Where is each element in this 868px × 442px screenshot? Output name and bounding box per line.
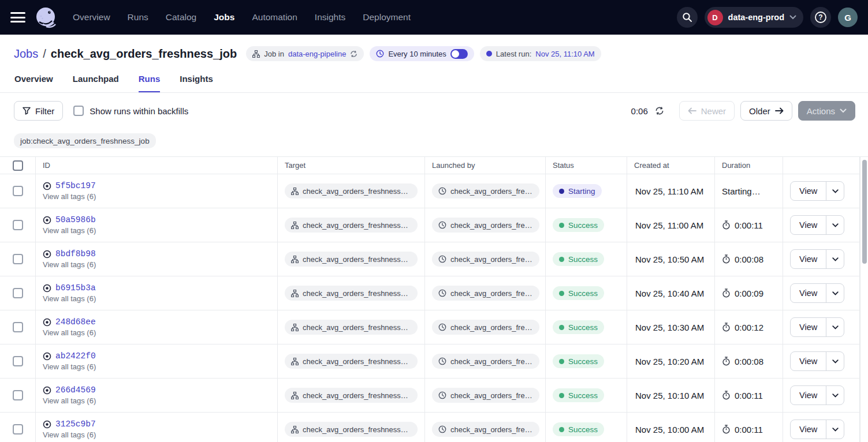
view-menu-chevron-icon[interactable] bbox=[826, 352, 844, 370]
target-pill[interactable]: check_avg_orders_freshness_job bbox=[285, 252, 418, 267]
launched-by-pill[interactable]: check_avg_orders_freshn… bbox=[432, 183, 539, 198]
run-id-link[interactable]: 5f5bc197 bbox=[55, 181, 96, 190]
run-id-link[interactable]: 50a5986b bbox=[55, 215, 96, 224]
backfills-checkbox[interactable] bbox=[73, 106, 84, 116]
view-button[interactable]: View bbox=[791, 250, 826, 268]
view-menu-chevron-icon[interactable] bbox=[826, 250, 844, 268]
schedule-clock-icon bbox=[438, 323, 446, 331]
launched-by-pill[interactable]: check_avg_orders_freshn… bbox=[432, 422, 539, 437]
nav-overview[interactable]: Overview bbox=[73, 12, 110, 23]
target-pill[interactable]: check_avg_orders_freshness_job bbox=[285, 286, 418, 301]
refresh-countdown: 0:06 bbox=[631, 106, 648, 116]
view-all-tags-link[interactable]: View all tags (6) bbox=[43, 192, 96, 201]
row-checkbox[interactable] bbox=[13, 424, 23, 434]
target-pill[interactable]: check_avg_orders_freshness_job bbox=[285, 320, 418, 335]
run-id-link[interactable]: 3125c9b7 bbox=[55, 419, 96, 429]
nav-jobs[interactable]: Jobs bbox=[214, 12, 234, 23]
launched-by-pill[interactable]: check_avg_orders_freshn… bbox=[432, 218, 539, 233]
row-checkbox[interactable] bbox=[13, 356, 23, 366]
target-pill[interactable]: check_avg_orders_freshness_job bbox=[285, 422, 418, 437]
view-all-tags-link[interactable]: View all tags (6) bbox=[43, 260, 96, 269]
row-checkbox[interactable] bbox=[13, 254, 23, 264]
view-menu-chevron-icon[interactable] bbox=[826, 420, 844, 439]
sync-icon[interactable] bbox=[350, 50, 357, 58]
tab-launchpad[interactable]: Launchpad bbox=[73, 74, 119, 92]
col-target: Target bbox=[278, 157, 425, 174]
run-id-link[interactable]: 248d68ee bbox=[55, 317, 96, 327]
nav-catalog[interactable]: Catalog bbox=[166, 12, 196, 23]
newer-button[interactable]: Newer bbox=[679, 101, 735, 121]
row-checkbox[interactable] bbox=[13, 322, 23, 332]
stopwatch-icon bbox=[722, 220, 731, 230]
launched-by-pill[interactable]: check_avg_orders_freshn… bbox=[432, 388, 539, 403]
view-button[interactable]: View bbox=[791, 386, 826, 404]
target-pill[interactable]: check_avg_orders_freshness_job bbox=[285, 218, 418, 233]
launched-by-pill[interactable]: check_avg_orders_freshn… bbox=[432, 286, 539, 301]
target-pill[interactable]: check_avg_orders_freshness_job bbox=[285, 388, 418, 403]
view-button[interactable]: View bbox=[791, 318, 826, 336]
view-button[interactable]: View bbox=[791, 352, 826, 370]
view-menu-chevron-icon[interactable] bbox=[826, 182, 844, 200]
view-button[interactable]: View bbox=[791, 182, 826, 200]
pipeline-link[interactable]: data-eng-pipeline bbox=[288, 50, 346, 58]
job-filter-tag[interactable]: job:check_avg_orders_freshness_job bbox=[14, 133, 156, 148]
schedule-toggle[interactable] bbox=[450, 49, 468, 59]
filter-button[interactable]: Filter bbox=[14, 101, 63, 121]
duration-value: 0:00:09 bbox=[735, 289, 763, 298]
refresh-icon[interactable] bbox=[655, 106, 664, 115]
target-pill[interactable]: check_avg_orders_freshness_job bbox=[285, 183, 418, 198]
row-checkbox[interactable] bbox=[13, 288, 23, 298]
row-checkbox[interactable] bbox=[13, 186, 23, 196]
run-id-link[interactable]: ab2422f0 bbox=[55, 351, 96, 361]
latest-run-link[interactable]: Nov 25, 11:10 AM bbox=[535, 50, 594, 58]
view-button[interactable]: View bbox=[791, 284, 826, 302]
run-id-link[interactable]: 8bdf8b98 bbox=[55, 249, 96, 259]
help-button[interactable]: ? bbox=[810, 7, 831, 28]
tab-runs[interactable]: Runs bbox=[139, 74, 161, 92]
view-all-tags-link[interactable]: View all tags (6) bbox=[43, 226, 96, 235]
row-checkbox[interactable] bbox=[13, 220, 23, 230]
view-all-tags-link[interactable]: View all tags (6) bbox=[43, 396, 96, 405]
launched-by-name: check_avg_orders_freshn… bbox=[450, 187, 533, 196]
actions-button[interactable]: Actions bbox=[798, 101, 855, 121]
vertical-scrollbar[interactable] bbox=[860, 157, 868, 442]
run-target-icon bbox=[43, 352, 51, 361]
schedule-clock-icon bbox=[438, 391, 446, 399]
older-button[interactable]: Older bbox=[740, 101, 792, 121]
launched-by-pill[interactable]: check_avg_orders_freshn… bbox=[432, 354, 539, 369]
status-dot-icon bbox=[559, 359, 564, 364]
nav-deployment[interactable]: Deployment bbox=[363, 12, 411, 23]
workspace-selector[interactable]: D data-eng-prod bbox=[705, 7, 803, 28]
runs-toolbar: Filter Show runs within backfills 0:06 N… bbox=[0, 93, 868, 129]
dagster-logo-icon[interactable] bbox=[35, 6, 58, 29]
view-menu-chevron-icon[interactable] bbox=[826, 284, 844, 302]
launched-by-pill[interactable]: check_avg_orders_freshn… bbox=[432, 320, 539, 335]
nav-runs[interactable]: Runs bbox=[128, 12, 148, 23]
nav-insights[interactable]: Insights bbox=[315, 12, 345, 23]
scrollbar-thumb[interactable] bbox=[862, 160, 867, 264]
view-all-tags-link[interactable]: View all tags (6) bbox=[43, 294, 96, 303]
breadcrumb-jobs-link[interactable]: Jobs bbox=[14, 47, 38, 61]
view-all-tags-link[interactable]: View all tags (6) bbox=[43, 362, 96, 371]
run-id-link[interactable]: b6915b3a bbox=[55, 283, 96, 293]
run-id-link[interactable]: 266d4569 bbox=[55, 385, 96, 395]
view-button[interactable]: View bbox=[791, 216, 826, 234]
view-all-tags-link[interactable]: View all tags (6) bbox=[43, 430, 96, 439]
view-menu-chevron-icon[interactable] bbox=[826, 216, 844, 234]
view-button[interactable]: View bbox=[791, 420, 826, 439]
select-all-checkbox[interactable] bbox=[13, 160, 23, 171]
search-button[interactable] bbox=[677, 7, 698, 28]
row-checkbox[interactable] bbox=[13, 390, 23, 400]
menu-icon[interactable] bbox=[10, 12, 25, 23]
user-avatar[interactable]: G bbox=[838, 8, 858, 27]
tab-overview[interactable]: Overview bbox=[14, 74, 53, 92]
tab-insights[interactable]: Insights bbox=[180, 74, 213, 92]
view-all-tags-link[interactable]: View all tags (6) bbox=[43, 328, 96, 337]
launched-by-pill[interactable]: check_avg_orders_freshn… bbox=[432, 252, 539, 267]
view-menu-chevron-icon[interactable] bbox=[826, 318, 844, 336]
target-pill[interactable]: check_avg_orders_freshness_job bbox=[285, 354, 418, 369]
nav-automation[interactable]: Automation bbox=[252, 12, 297, 23]
workspace-avatar: D bbox=[707, 10, 723, 25]
view-menu-chevron-icon[interactable] bbox=[826, 386, 844, 404]
schedule-label: Every 10 minutes bbox=[388, 50, 446, 58]
